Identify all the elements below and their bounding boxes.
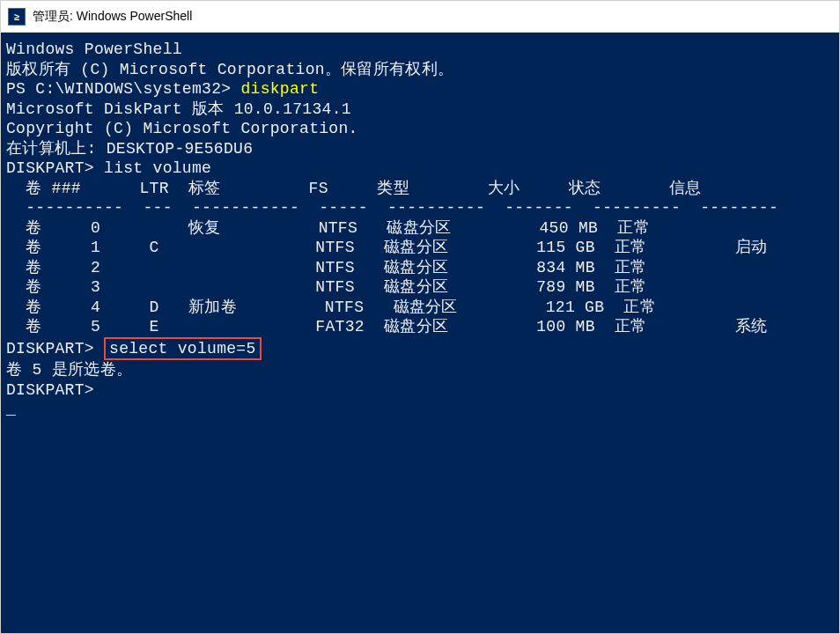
output-line: Copyright (C) Microsoft Corporation.	[6, 119, 834, 139]
cursor[interactable]: _	[6, 400, 834, 420]
prompt-prefix: DISKPART>	[6, 340, 104, 358]
output-line: 在计算机上: DESKTOP-9E56DU6	[6, 139, 834, 159]
table-row: 卷 4 D 新加卷 NTFS 磁盘分区 121 GB 正常	[6, 298, 834, 318]
table-row: 卷 0 恢复 NTFS 磁盘分区 450 MB 正常	[6, 218, 834, 239]
output-line: 卷 5 是所选卷。	[6, 360, 834, 380]
command-text: diskpart	[240, 80, 319, 98]
table-row: 卷 3 NTFS 磁盘分区 789 MB 正常	[6, 277, 834, 298]
window-title: 管理员: Windows PowerShell	[33, 9, 192, 25]
table-row: 卷 1 C NTFS 磁盘分区 115 GB 正常 启动	[6, 238, 834, 258]
prompt-prefix: DISKPART>	[6, 159, 104, 177]
table-row: 卷 2 NTFS 磁盘分区 834 MB 正常	[6, 258, 834, 278]
powershell-icon-glyph: ≥	[14, 11, 19, 22]
command-text: list volume	[104, 159, 211, 177]
output-line: Windows PowerShell	[6, 40, 834, 60]
title-bar[interactable]: ≥ 管理员: Windows PowerShell	[1, 1, 839, 33]
output-line: 版权所有 (C) Microsoft Corporation。保留所有权利。	[6, 60, 834, 80]
prompt-line: PS C:\WINDOWS\system32> diskpart	[6, 79, 834, 100]
output-line: Microsoft DiskPart 版本 10.0.17134.1	[6, 100, 834, 120]
prompt-line: DISKPART> list volume	[6, 158, 834, 179]
powershell-icon: ≥	[8, 8, 26, 26]
prompt-line: DISKPART> select volume=5	[6, 337, 834, 361]
table-divider: ---------- --- ----------- ----- -------…	[6, 198, 834, 218]
table-row: 卷 5 E FAT32 磁盘分区 100 MB 正常 系统	[6, 317, 834, 337]
command-highlighted: select volume=5	[104, 337, 262, 361]
prompt-prefix: PS C:\WINDOWS\system32>	[6, 80, 240, 98]
prompt-line: DISKPART>	[6, 380, 834, 401]
table-header: 卷 ### LTR 标签 FS 类型 大小 状态 信息	[6, 179, 834, 199]
powershell-window: ≥ 管理员: Windows PowerShell Windows PowerS…	[0, 0, 840, 634]
terminal-content[interactable]: Windows PowerShell版权所有 (C) Microsoft Cor…	[1, 33, 839, 633]
